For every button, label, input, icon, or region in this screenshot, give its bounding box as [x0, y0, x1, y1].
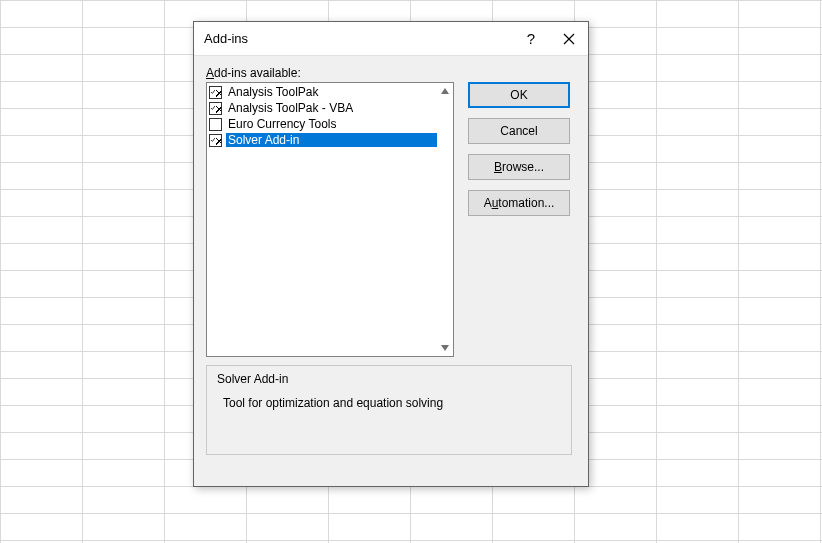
info-name: Solver Add-in — [217, 372, 561, 386]
automation-button[interactable]: Automation... — [468, 190, 570, 216]
checkbox[interactable] — [209, 86, 222, 99]
scroll-down-icon[interactable] — [437, 340, 453, 356]
titlebar: Add-ins ? — [194, 22, 588, 56]
list-item-label: Euro Currency Tools — [226, 117, 437, 131]
checkbox[interactable] — [209, 118, 222, 131]
browse-button[interactable]: Browse... — [468, 154, 570, 180]
list-item-label: Analysis ToolPak — [226, 85, 437, 99]
list-item[interactable]: Solver Add-in — [207, 132, 437, 148]
ok-button[interactable]: OK — [468, 82, 570, 108]
addins-dialog: Add-ins ? Add-ins available: Analysis To… — [193, 21, 589, 487]
help-button[interactable]: ? — [512, 22, 550, 56]
dialog-body: Add-ins available: Analysis ToolPak Anal… — [194, 56, 588, 486]
list-item-label: Analysis ToolPak - VBA — [226, 101, 437, 115]
listbox-scrollbar[interactable] — [437, 83, 453, 356]
list-item[interactable]: Analysis ToolPak — [207, 84, 437, 100]
checkbox[interactable] — [209, 102, 222, 115]
list-item[interactable]: Analysis ToolPak - VBA — [207, 100, 437, 116]
list-item-label: Solver Add-in — [226, 133, 437, 147]
scroll-up-icon[interactable] — [437, 83, 453, 99]
addins-listbox[interactable]: Analysis ToolPak Analysis ToolPak - VBA … — [206, 82, 454, 357]
info-panel: Solver Add-in Tool for optimization and … — [206, 365, 572, 455]
listbox-inner: Analysis ToolPak Analysis ToolPak - VBA … — [207, 83, 437, 356]
list-item[interactable]: Euro Currency Tools — [207, 116, 437, 132]
dialog-title: Add-ins — [204, 31, 512, 46]
close-button[interactable] — [550, 22, 588, 56]
checkbox[interactable] — [209, 134, 222, 147]
close-icon — [563, 33, 575, 45]
help-icon: ? — [527, 30, 535, 47]
info-description: Tool for optimization and equation solvi… — [217, 396, 561, 410]
available-label: Add-ins available: — [206, 66, 576, 80]
button-column: OK Cancel Browse... Automation... — [468, 82, 570, 357]
cancel-button[interactable]: Cancel — [468, 118, 570, 144]
